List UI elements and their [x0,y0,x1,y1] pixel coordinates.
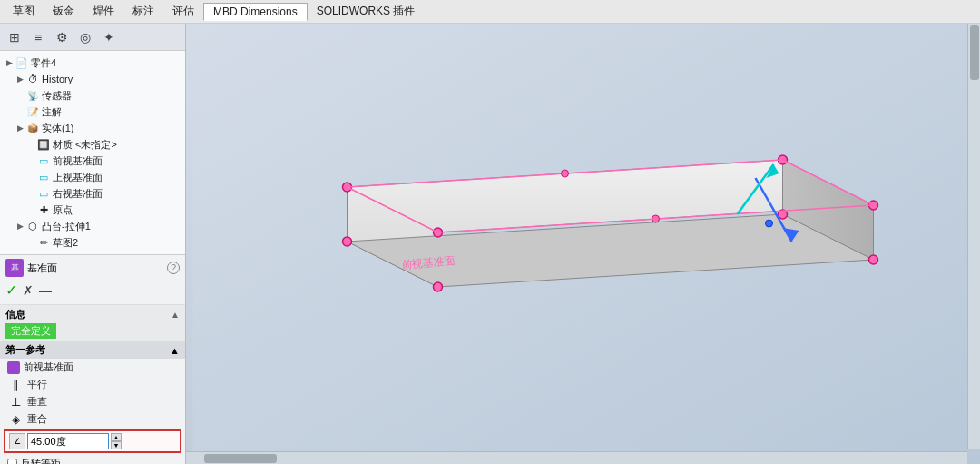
panel-icon-gear[interactable]: ⚙ [51,26,73,48]
minus-button[interactable]: — [39,283,52,298]
v-scrollbar-thumb[interactable] [970,25,979,80]
tree-front-plane[interactable]: ▶ ▭ 前视基准面 [0,153,185,169]
viewport[interactable]: 前视基准面 [186,24,980,464]
tree-material-label: 材质 <未指定> [53,138,117,152]
help-icon[interactable]: ? [167,262,180,274]
info-section: 信息 ▲ 完全定义 [0,305,185,341]
svg-point-10 [434,282,443,291]
menu-bar: 草图 钣金 焊件 标注 评估 MBD Dimensions SOLIDWORKS… [0,0,980,24]
info-label: 信息 [5,308,25,321]
tree-annotations[interactable]: ▶ 📝 注解 [0,104,185,120]
h-scrollbar[interactable] [186,451,967,464]
info-header: 信息 ▲ [5,308,180,321]
annotation-icon: 📝 [25,104,40,119]
first-ref-front-plane-label: 前视基准面 [24,360,74,374]
tree-right-plane-label: 右视基准面 [53,187,103,201]
part-icon: 📄 [15,55,29,70]
sketch2-icon: ✏ [36,235,51,250]
first-ref-perp-label: 垂直 [27,395,47,409]
v-scrollbar[interactable] [967,24,980,449]
angle-spinners[interactable]: ▲ ▼ [111,433,122,449]
reverse-label: 反转等距 [21,457,61,464]
menu-biaozhu[interactable]: 标注 [123,2,163,21]
plane-color-box [7,361,20,374]
menu-banjin[interactable]: 钣金 [44,2,83,21]
tree-right-plane[interactable]: ▶ ▭ 右视基准面 [0,185,185,202]
right-plane-icon: ▭ [36,186,51,201]
menu-hanjian[interactable]: 焊件 [83,2,123,21]
svg-point-17 [562,170,569,177]
svg-point-11 [869,255,878,264]
tree-sketch2[interactable]: ▶ ✏ 草图2 [0,234,185,251]
spin-down[interactable]: ▼ [111,441,122,449]
spin-up[interactable]: ▲ [111,433,122,441]
tree-material[interactable]: ▶ 🔲 材质 <未指定> [0,136,185,153]
menu-pinggu[interactable]: 评估 [163,2,203,21]
angle-input[interactable] [27,433,109,449]
tree-history-label: History [42,74,73,84]
panel-icon-star[interactable]: ✦ [98,26,120,48]
tree-top-plane[interactable]: ▶ ▭ 上视基准面 [0,169,185,185]
angle-icon: ∠ [9,433,25,449]
reverse-checkbox[interactable] [7,459,17,464]
tree-root[interactable]: ▶ 📄 零件4 [0,54,185,71]
tree-sensors-label: 传感器 [42,89,72,103]
first-ref-front-plane-row[interactable]: 前视基准面 [0,359,185,376]
first-ref-coincident-label: 重合 [27,412,47,426]
menu-mbd[interactable]: MBD Dimensions [203,3,308,21]
panel-icon-list[interactable]: ≡ [27,26,49,48]
tree-top-plane-label: 上视基准面 [53,171,103,184]
solid-icon: 📦 [25,121,40,135]
first-ref-title[interactable]: 第一参考 ▲ [0,341,185,359]
first-ref-coincident-row[interactable]: ◈ 重合 [0,410,185,428]
panel-icon-target[interactable]: ◎ [74,26,96,48]
perp-icon: ⊥ [7,395,24,409]
tree-annotations-label: 注解 [42,105,62,119]
reverse-checkbox-row: 反转等距 [0,455,185,464]
panel-icon-grid[interactable]: ⊞ [4,26,25,48]
viewport-content: 前视基准面 [186,24,980,464]
baseline-section: 基 基准面 ? ✓ ✗ — [0,255,185,305]
tree-sensors[interactable]: ▶ 📡 传感器 [0,87,185,104]
material-icon: 🔲 [36,137,51,152]
tree-root-label: 零件4 [31,56,56,70]
first-ref-perp-row[interactable]: ⊥ 垂直 [0,393,185,410]
tree-solid-label: 实体(1) [42,122,74,135]
first-ref-collapse[interactable]: ▲ [170,345,180,356]
tree-origin[interactable]: ▶ ✚ 原点 [0,202,185,218]
first-ref-label: 第一参考 [5,343,45,357]
first-ref-parallel-label: 平行 [27,378,47,391]
h-scrollbar-thumb[interactable] [204,454,277,463]
top-plane-icon: ▭ [36,170,51,184]
tree-front-plane-label: 前视基准面 [53,154,103,168]
status-badge: 完全定义 [5,323,56,339]
angle-input-row: ∠ ▲ ▼ [4,429,181,453]
check-button[interactable]: ✓ [5,281,17,299]
feature-tree: ▶ 📄 零件4 ▶ ⏱ History ▶ 📡 传感器 ▶ 📝 注解 [0,51,185,255]
coincident-icon: ◈ [7,413,24,426]
tree-boss-label: 凸台-拉伸1 [42,220,91,233]
baseline-label: 基准面 [27,262,57,275]
3d-viewport-svg: 前视基准面 [186,24,980,464]
x-button[interactable]: ✗ [23,283,34,298]
panel-top-icons: ⊞ ≡ ⚙ ◎ ✦ [0,24,185,51]
menu-caotu[interactable]: 草图 [4,2,44,21]
main-layout: ⊞ ≡ ⚙ ◎ ✦ ▶ 📄 零件4 ▶ ⏱ History ▶ 📡 [0,24,980,464]
left-panel: ⊞ ≡ ⚙ ◎ ✦ ▶ 📄 零件4 ▶ ⏱ History ▶ 📡 [0,24,186,464]
svg-point-9 [343,237,352,246]
boss-icon: ⬡ [25,219,40,233]
first-ref-parallel-row[interactable]: ∥ 平行 [0,376,185,393]
baseline-icon: 基 [5,259,24,277]
info-collapse[interactable]: ▲ [171,310,180,320]
menu-solidworks[interactable]: SOLIDWORKS 插件 [308,2,425,21]
history-icon: ⏱ [25,72,40,86]
first-ref-section: 第一参考 ▲ 前视基准面 ∥ 平行 ⊥ 垂直 [0,341,185,464]
svg-point-24 [766,220,773,227]
tree-solid[interactable]: ▶ 📦 实体(1) [0,120,185,136]
parallel-icon: ∥ [7,378,24,391]
origin-icon: ✚ [36,202,51,217]
property-panel: 基 基准面 ? ✓ ✗ — 信息 ▲ 完全定义 [0,255,185,464]
tree-history[interactable]: ▶ ⏱ History [0,71,185,87]
tree-boss[interactable]: ▶ ⬡ 凸台-拉伸1 [0,218,185,234]
svg-point-18 [652,215,660,222]
